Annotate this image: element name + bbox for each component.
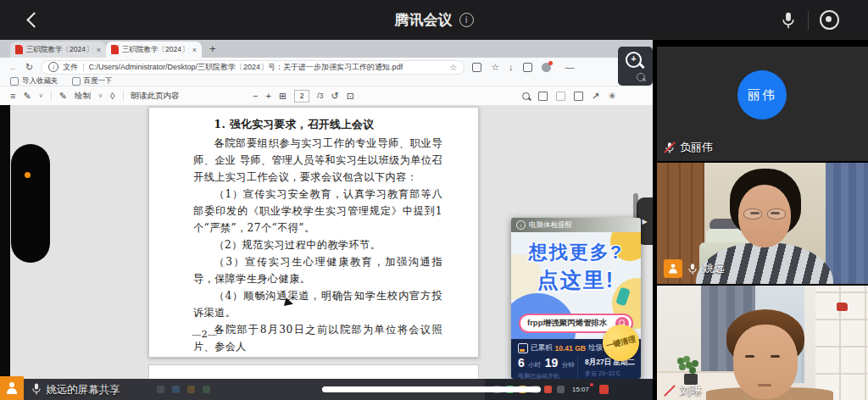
plant: [686, 362, 693, 369]
meeting-title: 腾讯会议: [395, 10, 453, 30]
tencent-meeting-window: 腾讯会议 i 三职院教学〔2024〕号：关于.. × 三职院教学〔2024〕号：…: [0, 0, 868, 400]
tab-close-icon[interactable]: ×: [192, 46, 197, 54]
pdf-page-2: 1. 强化实习要求，召开线上会议 各院部要组织参与实习工作的专业导师、职业导师、…: [148, 107, 479, 358]
new-tab-button[interactable]: +: [209, 42, 216, 58]
extensions-icon[interactable]: [523, 63, 532, 72]
search-icon[interactable]: [522, 92, 530, 100]
toolbar-divider: [51, 91, 52, 101]
pdf-toolbar: ≡ ✎ ∨ ✎ 绘制 ∨ ◊ 朗读此页内容 − + ⊞ 2 /3 ↺ ⊡: [0, 86, 653, 106]
doc-heading: 1. 强化实习要求，召开线上会议: [193, 116, 442, 133]
popup-app-icon: i: [516, 220, 526, 230]
fullscreen-icon[interactable]: ↗: [592, 91, 599, 102]
taskbar-clock[interactable]: 15:07: [572, 386, 589, 393]
junk-size: 10.41 GB: [555, 344, 586, 353]
draw-label[interactable]: 绘制: [75, 91, 91, 102]
participant-name: 负丽伟: [680, 140, 713, 155]
pdf-toolbar-right: ↗ ✳: [522, 86, 615, 105]
eraser-icon[interactable]: ◊: [110, 91, 114, 101]
browser-toolbar-icons: ☆ ↓ —: [472, 62, 574, 73]
popup-header[interactable]: i 电脑体检提醒: [511, 218, 641, 232]
page-number-input[interactable]: 2: [294, 90, 309, 103]
microphone-icon[interactable]: [31, 382, 42, 396]
print-icon[interactable]: [538, 92, 548, 101]
curtain-background: [826, 163, 868, 284]
fit-page-icon[interactable]: ⊞: [279, 91, 287, 102]
tab-close-icon[interactable]: ×: [97, 46, 101, 54]
toolbar-divider: [123, 91, 124, 101]
browser-tab-1[interactable]: 三职院教学〔2024〕号：关于.. ×: [10, 42, 106, 58]
sharer-avatar: [0, 376, 24, 400]
popup-body[interactable]: 想找更多? 点这里! frpp增强聚丙烯管排水: [511, 232, 641, 339]
address-scheme: 文件: [63, 62, 78, 73]
read-aloud-button[interactable]: 朗读此页内容: [131, 91, 180, 102]
browser-tab-strip: 三职院教学〔2024〕号：关于.. × 三职院教学〔2024〕号：关于.. × …: [0, 40, 653, 58]
pdf-menu-icon[interactable]: ≡: [10, 91, 15, 101]
zoom-out-magnifier-icon[interactable]: [637, 73, 645, 81]
participant-tile-liwei[interactable]: 丽伟 负丽伟: [657, 47, 868, 161]
pdf-page-3-edge: [148, 364, 479, 379]
pdf-file-icon: [15, 45, 23, 54]
pdf-toolbar-left: ≡ ✎ ∨ ✎ 绘制 ∨ ◊ 朗读此页内容: [10, 86, 180, 105]
uptime-note: 电脑已连续开机: [518, 372, 577, 379]
participant-tile-liulin[interactable]: 刘琳: [657, 286, 868, 400]
chevron-down-icon[interactable]: ∨: [39, 92, 43, 99]
file-info-icon[interactable]: i: [48, 62, 58, 72]
person-eye: [745, 355, 754, 358]
person-face: [733, 325, 798, 399]
save-icon[interactable]: [556, 92, 565, 101]
tray-notification-icon[interactable]: [599, 385, 609, 394]
browser-address-row: ← ↻ i 文件 | C:/Users/Administrator/Deskto…: [0, 58, 653, 76]
page-view-icon[interactable]: ⊡: [347, 91, 354, 102]
address-separator: |: [82, 63, 84, 71]
taskbar-icon[interactable]: [157, 386, 164, 393]
bookmarks-bar: 导入收藏夹 百度一下: [0, 76, 653, 86]
zoom-in-icon[interactable]: +: [265, 91, 270, 101]
tile-divider: [653, 284, 868, 286]
zoom-in-magnifier-icon[interactable]: +: [626, 52, 642, 68]
status-dot: [25, 172, 31, 178]
browser-profile-avatar[interactable]: [542, 63, 551, 72]
taskbar-icon[interactable]: [203, 386, 210, 393]
record-icon[interactable]: [820, 10, 839, 30]
taskbar-icon[interactable]: [557, 386, 565, 393]
bookmark-baidu[interactable]: 百度一下: [72, 76, 113, 86]
doc-paragraph: （1）宣传实习安全教育，认真学习教育部等八部委印发的《职业学校学生实习管理规定》…: [193, 186, 442, 236]
meeting-info-icon[interactable]: i: [459, 13, 474, 27]
weather-text: 多云 23~31℃: [585, 369, 635, 378]
tab-title: 三职院教学〔2024〕号：关于..: [122, 45, 189, 55]
refresh-icon[interactable]: ↻: [25, 62, 33, 73]
browser-back-icon[interactable]: ←: [8, 62, 18, 72]
doc-paragraph: （3）宣传实习生心理健康教育，加强沟通指导，保障学生身心健康。: [193, 253, 442, 287]
participant-nametag: 姚远: [664, 259, 725, 278]
settings-gear-icon[interactable]: ✳: [608, 91, 615, 102]
taskbar-icon[interactable]: [544, 386, 552, 393]
ad-headline-2: 点这里!: [511, 266, 641, 294]
window-minimize-icon[interactable]: —: [565, 62, 575, 72]
share-horizontal-scrollbar[interactable]: [322, 386, 541, 392]
address-bar[interactable]: i 文件 | C:/Users/Administrator/Desktop/三职…: [41, 60, 465, 75]
participant-tile-yaoyuan[interactable]: 姚远: [657, 163, 868, 284]
page-total: /3: [317, 92, 324, 100]
participant-nametag: 刘琳: [664, 383, 702, 398]
downloads-icon[interactable]: ↓: [509, 62, 514, 72]
signature-icon[interactable]: [574, 92, 583, 101]
favorites-icon[interactable]: ☆: [491, 62, 499, 73]
browser-tab-2[interactable]: 三职院教学〔2024〕号：关于.. ×: [106, 42, 202, 58]
bookmark-star-icon[interactable]: ☆: [449, 63, 457, 72]
disk-icon: [518, 343, 528, 353]
taskbar-icon[interactable]: [172, 386, 180, 393]
doc-paragraph: （4）顺畅沟通渠道，明确告知学生校内官方投诉渠道。: [193, 287, 442, 321]
taskbar-faint-icons: [157, 386, 210, 393]
zoom-out-icon[interactable]: −: [253, 91, 258, 101]
participant-name: 姚远: [703, 261, 725, 276]
rotate-icon[interactable]: ↺: [331, 91, 339, 102]
split-screen-icon[interactable]: [472, 63, 481, 72]
sharer-badge-icon: [664, 259, 682, 278]
draw-pen-icon[interactable]: ✎: [59, 91, 67, 102]
taskbar-icon[interactable]: [187, 386, 195, 393]
floating-toolbar-pill[interactable]: [11, 144, 50, 263]
microphone-icon[interactable]: [780, 11, 797, 30]
highlighter-icon[interactable]: ✎: [23, 91, 31, 102]
chevron-down-icon[interactable]: ∨: [98, 92, 103, 99]
bookmark-import[interactable]: 导入收藏夹: [10, 76, 58, 86]
